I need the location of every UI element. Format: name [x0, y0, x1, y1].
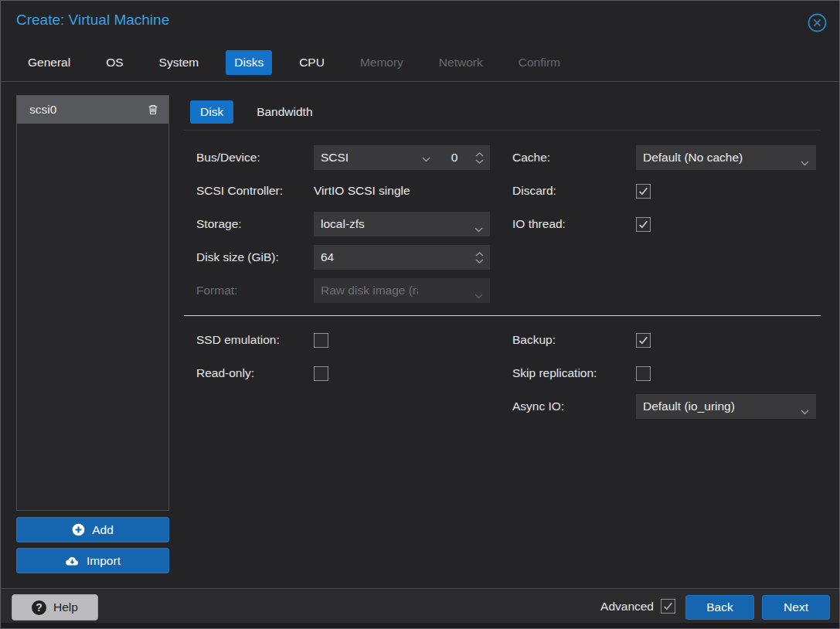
- bus-device-row: Bus/Device: SCSI 0: [196, 145, 490, 170]
- close-icon[interactable]: [807, 12, 828, 33]
- tab-network: Network: [430, 50, 491, 75]
- tab-os[interactable]: OS: [97, 50, 131, 75]
- format-select: Raw disk image (raw): [314, 278, 490, 303]
- storage-label: Storage:: [196, 217, 314, 231]
- disk-subtab-bar: Disk Bandwidth: [190, 100, 323, 124]
- question-circle-icon: ?: [32, 600, 46, 615]
- backup-row: Backup:: [512, 328, 651, 352]
- cache-row: Cache: Default (No cache): [512, 145, 816, 170]
- tab-cpu[interactable]: CPU: [291, 50, 333, 75]
- bus-device-label: Bus/Device:: [196, 151, 314, 165]
- spinner-up-down-icon[interactable]: [475, 152, 484, 164]
- help-button[interactable]: ? Help: [12, 594, 98, 620]
- scsi-controller-label: SCSI Controller:: [196, 184, 314, 198]
- next-button[interactable]: Next: [762, 595, 830, 620]
- trash-icon[interactable]: [147, 104, 159, 116]
- tab-disks[interactable]: Disks: [226, 50, 272, 75]
- read-only-row: Read-only:: [196, 361, 328, 386]
- help-button-label: Help: [53, 600, 78, 614]
- ssd-emulation-row: SSD emulation:: [196, 328, 328, 352]
- discard-checkbox[interactable]: [636, 184, 651, 199]
- async-io-label: Async IO:: [512, 400, 636, 413]
- disk-size-value: 64: [321, 250, 475, 264]
- backup-label: Backup:: [512, 333, 636, 347]
- io-thread-row: IO thread:: [512, 212, 651, 236]
- device-number-input[interactable]: 0: [441, 151, 468, 165]
- skip-replication-row: Skip replication:: [512, 361, 651, 386]
- ssd-emulation-label: SSD emulation:: [196, 333, 314, 347]
- add-button-label: Add: [92, 523, 114, 537]
- cache-label: Cache:: [512, 151, 636, 165]
- bus-device-field: SCSI 0: [314, 145, 490, 170]
- storage-value: local-zfs: [321, 217, 365, 231]
- add-button[interactable]: Add: [16, 517, 169, 542]
- disk-list-item-scsi0[interactable]: scsi0: [17, 96, 168, 124]
- scsi-controller-value: VirtIO SCSI single: [314, 184, 410, 198]
- advanced-label: Advanced: [600, 600, 654, 614]
- disk-item-label: scsi0: [29, 103, 56, 117]
- io-thread-checkbox[interactable]: [636, 217, 651, 232]
- format-row: Format: Raw disk image (raw): [196, 278, 490, 303]
- import-button-label: Import: [87, 554, 121, 568]
- async-io-value: Default (io_uring): [643, 400, 735, 413]
- import-button[interactable]: Import: [16, 548, 169, 573]
- storage-select[interactable]: local-zfs: [314, 212, 490, 236]
- read-only-label: Read-only:: [196, 366, 314, 380]
- subtab-bandwidth[interactable]: Bandwidth: [247, 100, 322, 124]
- chevron-down-icon[interactable]: [422, 151, 430, 165]
- tab-confirm: Confirm: [510, 50, 569, 75]
- tab-system[interactable]: System: [151, 50, 208, 75]
- chevron-down-icon: [801, 404, 809, 418]
- spinner-up-down-icon[interactable]: [475, 252, 484, 264]
- format-value: Raw disk image (raw): [321, 284, 418, 298]
- back-button[interactable]: Back: [685, 595, 754, 620]
- advanced-section-divider: [184, 315, 821, 316]
- chevron-down-icon: [474, 222, 483, 236]
- plus-circle-icon: [72, 523, 85, 536]
- read-only-checkbox[interactable]: [314, 366, 328, 381]
- advanced-checkbox[interactable]: [661, 599, 675, 614]
- dialog-title: Create: Virtual Machine: [16, 12, 169, 29]
- storage-row: Storage: local-zfs: [196, 212, 490, 236]
- dialog-body: scsi0 Add: [1, 83, 839, 588]
- tab-general[interactable]: General: [19, 50, 79, 75]
- cloud-download-icon: [65, 555, 80, 566]
- discard-row: Discard:: [512, 178, 651, 203]
- create-vm-dialog: Create: Virtual Machine General OS Syste…: [0, 0, 840, 629]
- async-io-row: Async IO: Default (io_uring): [512, 394, 816, 419]
- subtab-divider: [184, 130, 821, 131]
- scsi-controller-row: SCSI Controller: VirtIO SCSI single: [196, 178, 410, 203]
- format-label: Format:: [196, 284, 314, 298]
- wizard-tab-bar: General OS System Disks CPU Memory Netwo…: [1, 43, 839, 82]
- bus-select[interactable]: SCSI: [321, 151, 422, 165]
- chevron-down-icon: [474, 288, 483, 302]
- io-thread-label: IO thread:: [512, 217, 636, 231]
- disk-size-label: Disk size (GiB):: [196, 250, 314, 264]
- async-io-select[interactable]: Default (io_uring): [636, 394, 816, 419]
- tab-memory: Memory: [352, 50, 412, 75]
- disk-size-input[interactable]: 64: [314, 245, 490, 270]
- discard-label: Discard:: [512, 184, 636, 198]
- disk-size-row: Disk size (GiB): 64: [196, 245, 490, 270]
- footer-toolbar: ? Help Advanced Back Next: [1, 588, 839, 628]
- subtab-disk[interactable]: Disk: [190, 100, 233, 124]
- chevron-down-icon: [801, 155, 809, 169]
- ssd-emulation-checkbox[interactable]: [314, 333, 328, 348]
- title-bar: Create: Virtual Machine: [1, 1, 839, 43]
- cache-select[interactable]: Default (No cache): [636, 145, 816, 170]
- cache-value: Default (No cache): [643, 151, 743, 165]
- advanced-toggle: Advanced: [600, 599, 675, 614]
- skip-replication-label: Skip replication:: [512, 366, 636, 380]
- disk-list-panel: scsi0: [16, 95, 169, 511]
- backup-checkbox[interactable]: [636, 333, 651, 348]
- skip-replication-checkbox[interactable]: [636, 366, 651, 381]
